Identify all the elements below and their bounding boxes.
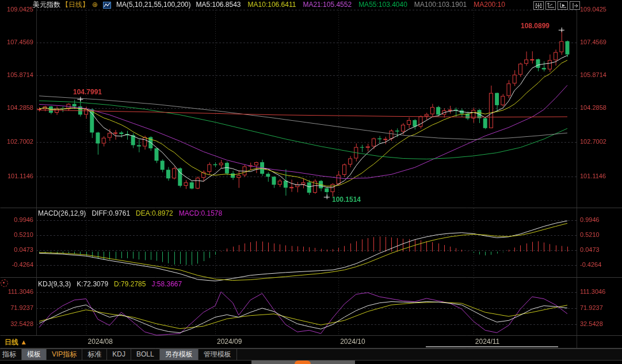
chart-scrollbar[interactable] [426,346,558,347]
line-chart-icon [103,2,111,9]
tab-KDJ[interactable]: KDJ [107,349,131,360]
kdj-k-value: K:72.3079 [77,280,108,288]
macd-name[interactable]: MACD(26,12,9) [38,209,86,217]
panel-indicator-icon[interactable] [1,279,8,287]
crosshair-tool-icon[interactable] [533,1,544,10]
chart-canvas[interactable] [0,0,622,364]
price-axis-label: 102.7002 [0,138,33,145]
ma-group-label: MA(5,10,21,55,100,200) [116,1,190,9]
chart-application: 美元指数 【日线】 ⊕ MA(5,10,21,55,100,200) MA5:1… [0,0,622,364]
kdj-header: KDJ(9,3,3) K:72.3079 D:79.2785 J:58.3667 [38,280,182,288]
ma-values: MA5:106.8543MA10:106.6411MA21:105.4552MA… [196,1,505,9]
period-selector[interactable]: 日线 ▲ [5,338,27,347]
price-annotation: 104.7991 [73,88,102,96]
period-label: 日线 [5,338,18,346]
price-axis-label: 105.8714 [580,71,606,78]
kdj-name[interactable]: KDJ(9,3,3) [38,280,71,288]
price-axis-label: 101.1146 [580,173,606,179]
price-axis-label: 104.2858 [580,104,606,111]
price-axis-label: 102.7002 [580,138,606,145]
macd-value: MACD:0.1578 [179,209,222,217]
ma-value: MA200:10 [474,1,505,9]
tab-指标[interactable]: 指标 [0,349,22,360]
kdj-axis-label: 32.5428 [0,320,33,327]
y-axis-scale-tool-icon[interactable] [545,1,556,10]
macd-axis-label: 0.0473 [0,246,33,253]
price-axis-label: 107.4569 [0,39,33,45]
ma-value: MA5:106.8543 [196,1,241,9]
price-annotation: 108.0899 [521,22,550,30]
macd-axis-label: 0.9946 [0,216,33,223]
ma-value: MA10:106.6411 [248,1,296,9]
macd-axis-label: 0.9946 [580,216,600,223]
tab-BOLL[interactable]: BOLL [131,349,160,360]
macd-header: MACD(26,12,9) DIFF:0.9761 DEA:0.8972 MAC… [38,209,222,217]
add-indicator-icon[interactable]: ⊕ [92,1,98,9]
x-axis-label: 2024/11 [475,338,500,346]
x-axis-play-tool-icon[interactable] [558,1,568,10]
macd-dea-value: DEA:0.8972 [136,209,173,217]
kdj-d-value: D:79.2785 [114,280,146,288]
kdj-axis-label: 71.9237 [580,304,603,311]
price-axis-label: 109.0425 [580,6,606,13]
tab-标准[interactable]: 标准 [82,349,107,360]
indicator-tabbar: 指标模板VIP指标标准KDJBOLL另存模板管理模板 [0,348,622,361]
period-arrow-icon: ▲ [20,338,27,346]
ma-value: MA100:103.1901 [414,1,467,9]
kdj-j-value: J:58.3667 [151,280,182,288]
kdj-axis-label: 111.3046 [0,288,33,295]
price-axis-label: 104.2858 [0,104,33,111]
tab-模板[interactable]: 模板 [22,349,47,360]
macd-axis-label: -0.4264 [580,261,601,268]
kdj-axis-label: 111.3046 [580,288,605,295]
tab-管理模板[interactable]: 管理模板 [199,349,237,360]
price-axis-label: 107.4569 [580,39,606,45]
bottom-strip [0,361,622,364]
period-tag[interactable]: 【日线】 [62,1,89,9]
chart-toolbar [533,1,580,10]
taskbar-peek[interactable] [251,361,355,364]
x-axis-label: 2024/09 [217,338,242,346]
tab-另存模板[interactable]: 另存模板 [160,349,199,360]
ma-value: MA21:105.4552 [303,1,352,9]
macd-axis-label: 0.5210 [580,231,600,238]
macd-axis-label: 0.5210 [0,231,33,238]
kdj-axis-label: 32.5428 [580,320,603,327]
browser-peek-icon [295,361,311,364]
macd-diff-value: DIFF:0.9761 [91,209,130,217]
symbol-title: 美元指数 [33,1,60,9]
price-axis-label: 101.1146 [0,173,33,179]
pan-right-tool-icon[interactable] [570,1,580,10]
x-axis-label: 2024/08 [88,338,113,346]
price-annotation: 100.1514 [332,196,361,204]
x-axis-label: 2024/10 [340,338,365,346]
kdj-axis-label: 71.9237 [0,304,33,311]
price-axis-label: 109.0425 [0,6,33,13]
macd-axis-label: 0.0473 [580,246,600,253]
chart-header: 美元指数 【日线】 ⊕ MA(5,10,21,55,100,200) MA5:1… [33,1,505,9]
tab-VIP指标[interactable]: VIP指标 [47,349,82,360]
ma-value: MA55:103.4040 [358,1,407,9]
macd-axis-label: -0.4264 [0,261,33,268]
price-axis-label: 105.8714 [0,71,33,78]
